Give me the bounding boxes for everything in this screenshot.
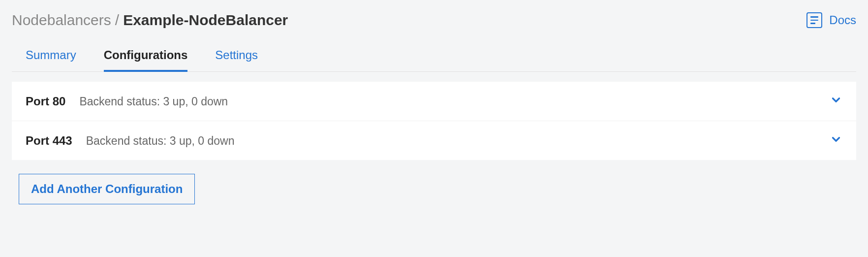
backend-status: Backend status: 3 up, 0 down xyxy=(79,95,228,108)
chevron-down-icon xyxy=(830,133,842,148)
breadcrumb: Nodebalancers / Example-NodeBalancer xyxy=(12,12,288,29)
docs-label: Docs xyxy=(829,13,856,27)
page-header: Nodebalancers / Example-NodeBalancer Doc… xyxy=(12,12,856,29)
breadcrumb-separator: / xyxy=(115,12,119,29)
config-row-port-443[interactable]: Port 443 Backend status: 3 up, 0 down xyxy=(12,121,856,160)
tab-settings[interactable]: Settings xyxy=(215,48,258,72)
config-row-left: Port 80 Backend status: 3 up, 0 down xyxy=(26,95,228,108)
config-row-port-80[interactable]: Port 80 Backend status: 3 up, 0 down xyxy=(12,82,856,121)
tabs: Summary Configurations Settings xyxy=(12,48,856,72)
port-label: Port 443 xyxy=(26,134,72,148)
tab-configurations[interactable]: Configurations xyxy=(104,48,188,72)
config-list: Port 80 Backend status: 3 up, 0 down Por… xyxy=(12,82,856,160)
add-configuration-button[interactable]: Add Another Configuration xyxy=(19,174,195,204)
docs-icon xyxy=(806,12,822,28)
tab-summary[interactable]: Summary xyxy=(26,48,76,72)
port-label: Port 80 xyxy=(26,95,65,108)
config-row-left: Port 443 Backend status: 3 up, 0 down xyxy=(26,134,234,148)
breadcrumb-current: Example-NodeBalancer xyxy=(123,12,288,29)
breadcrumb-parent[interactable]: Nodebalancers xyxy=(12,12,111,29)
chevron-down-icon xyxy=(830,94,842,109)
docs-link[interactable]: Docs xyxy=(806,12,856,28)
backend-status: Backend status: 3 up, 0 down xyxy=(86,134,235,148)
